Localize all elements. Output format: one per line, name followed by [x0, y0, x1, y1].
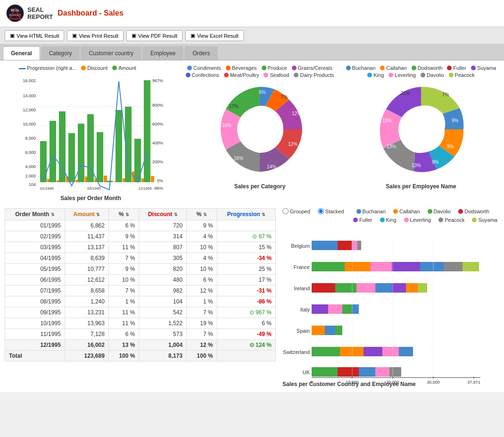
bottom-row: Order Month ⇅ Amount ⇅ % ⇅ Discount ⇅ % …	[5, 208, 499, 387]
th-discount[interactable]: Discount ⇅	[139, 209, 187, 220]
legend-grains: Grains/Cereals	[292, 65, 332, 71]
th-amount[interactable]: Amount ⇅	[65, 209, 108, 220]
app-name-seal: SEALREPORT	[27, 6, 53, 20]
table-row: 01/1995 6,862 6 % 720 9 %	[5, 220, 276, 231]
svg-text:0%: 0%	[157, 178, 163, 183]
chart2-title: Sales per Category	[182, 183, 338, 190]
svg-text:12%: 12%	[292, 111, 301, 116]
svg-text:17%: 17%	[229, 104, 239, 109]
total-label: Total	[5, 351, 65, 361]
legend-beverages: Beverages	[226, 65, 257, 71]
svg-rect-84	[420, 262, 444, 271]
svg-text:9%: 9%	[432, 160, 439, 165]
svg-text:Italy: Italy	[300, 307, 310, 312]
svg-rect-83	[392, 262, 420, 271]
svg-text:400%: 400%	[152, 141, 163, 145]
svg-rect-27	[50, 121, 56, 182]
svg-rect-86	[463, 262, 479, 271]
svg-text:France: France	[294, 264, 310, 270]
svg-text:Belgium: Belgium	[291, 243, 310, 249]
tab-customer-country[interactable]: Customer country	[81, 46, 141, 60]
svg-rect-25	[40, 141, 47, 182]
svg-rect-33	[78, 124, 84, 182]
legend-dodsworth: Dodsworth	[412, 65, 443, 71]
svg-rect-107	[312, 367, 338, 377]
svg-text:16,002: 16,002	[23, 78, 36, 83]
legend-confections: Confections	[186, 72, 219, 78]
svg-rect-39	[106, 181, 113, 182]
svg-text:14%: 14%	[267, 164, 276, 169]
toolbar: ▣ View HTML Result ▣ View Print Result ▣…	[0, 27, 504, 44]
svg-rect-90	[375, 283, 392, 293]
tab-orders[interactable]: Orders	[184, 46, 218, 60]
table-row: 05/1995 10,777 9 % 820 10 % 25 %	[5, 264, 276, 275]
view-pdf-button[interactable]: ▣ View PDF Result	[126, 30, 182, 41]
svg-text:7%: 7%	[442, 92, 449, 97]
sales-table: Order Month ⇅ Amount ⇅ % ⇅ Discount ⇅ % …	[5, 208, 276, 361]
svg-rect-108	[338, 367, 359, 377]
chart-employee: Buchanan Callahan Dodsworth Fuller Suyam…	[343, 65, 499, 202]
svg-rect-98	[312, 326, 325, 335]
svg-rect-95	[328, 304, 342, 314]
th-pct2[interactable]: % ⇅	[187, 209, 217, 220]
charts-row: Progression (right a... Discount Amount …	[5, 65, 499, 202]
legend-davolio-2: Davolio	[428, 208, 451, 214]
legend-king: King	[367, 72, 384, 78]
svg-text:16%: 16%	[234, 156, 243, 161]
svg-text:7%: 7%	[281, 94, 288, 100]
svg-rect-76	[312, 241, 338, 250]
legend-leverling-2: Leverling	[404, 217, 431, 223]
print-icon: ▣	[72, 33, 77, 39]
svg-text:2,000: 2,000	[25, 174, 36, 178]
table-row: 09/1995 13,231 11 % 542 7 % ⊙ 967 %	[5, 307, 276, 318]
legend-discount: Discount	[81, 65, 107, 71]
svg-text:14,000: 14,000	[23, 93, 36, 98]
svg-text:05/1995: 05/1995	[87, 186, 101, 191]
legend-dodsworth-2: Dodsworth	[458, 208, 489, 214]
tab-employee[interactable]: Employee	[142, 46, 183, 60]
chart4-title: Sales per Customer Country and Employee …	[282, 381, 499, 387]
chart-order-month: Progression (right a... Discount Amount …	[5, 65, 177, 202]
svg-rect-104	[382, 347, 399, 356]
table-row: 07/1995 8,658 7 % 982 12 % -31 %	[5, 286, 276, 296]
tab-category[interactable]: Category	[41, 46, 80, 60]
pdf-icon: ▣	[132, 33, 136, 39]
svg-text:21%: 21%	[401, 91, 410, 96]
chart1-title: Sales per Order Month	[5, 195, 177, 202]
svg-rect-103	[364, 347, 382, 356]
view-html-button[interactable]: ▣ View HTML Result	[5, 30, 64, 41]
svg-rect-109	[359, 367, 375, 377]
svg-text:37,971: 37,971	[467, 380, 480, 385]
svg-rect-94	[312, 304, 328, 314]
svg-text:967%: 967%	[152, 78, 163, 83]
th-order-month[interactable]: Order Month ⇅	[5, 209, 65, 220]
svg-text:200%: 200%	[152, 160, 163, 164]
table-row: 12/1995 16,002 13 % 1,004 12 % ⊙ 124 %	[5, 340, 276, 351]
legend-leverling: Leverling	[388, 72, 416, 78]
svg-rect-79	[357, 241, 361, 250]
svg-text:9%: 9%	[447, 144, 454, 149]
view-print-button[interactable]: ▣ View Print Result	[67, 30, 124, 41]
total-discount: 8,173	[139, 351, 187, 361]
legend-dairy: Dairy Products	[294, 72, 334, 78]
radio-stacked[interactable]: Stacked	[318, 208, 344, 214]
svg-text:12/1995: 12/1995	[138, 186, 152, 191]
svg-text:600%: 600%	[152, 122, 163, 126]
th-progression[interactable]: Progression ⇅	[217, 209, 275, 220]
svg-rect-88	[335, 283, 356, 293]
svg-text:Spain: Spain	[297, 328, 310, 334]
svg-text:-86%: -86%	[153, 186, 163, 191]
radio-grouped[interactable]: Grouped	[282, 208, 310, 214]
tab-general[interactable]: General	[3, 46, 40, 60]
legend-peacock: Peacock	[449, 72, 475, 78]
view-excel-button[interactable]: ▣ View Excel Result	[185, 30, 244, 41]
svg-rect-87	[312, 283, 335, 293]
th-pct1[interactable]: % ⇅	[108, 209, 139, 220]
table-row: 06/1995 12,612 10 % 480 6 % 17 %	[5, 275, 276, 286]
chart-country-employee: Grouped Stacked Buchanan Callahan Davoli…	[282, 208, 499, 387]
legend-davolio: Davolio	[421, 72, 444, 78]
svg-text:8,000: 8,000	[25, 136, 36, 141]
total-pct2: 100 %	[187, 351, 217, 361]
data-table-section: Order Month ⇅ Amount ⇅ % ⇅ Discount ⇅ % …	[5, 208, 276, 387]
svg-rect-111	[389, 367, 401, 377]
